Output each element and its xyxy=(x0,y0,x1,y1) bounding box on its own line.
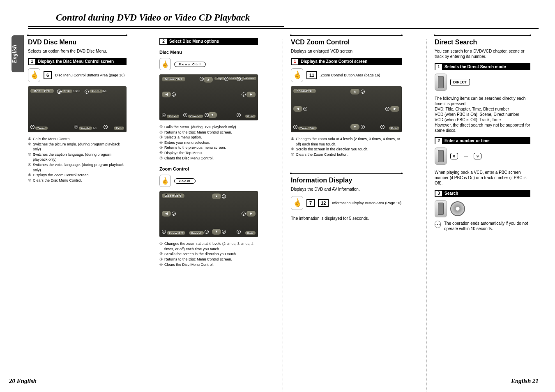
callout-3: 3 xyxy=(200,77,204,81)
column-disc-menu-options: 2 Select Disc Menu options Disc Menu Men… xyxy=(151,35,266,273)
content: DVD Disc Menu Selects an option from the… xyxy=(28,35,539,273)
pill-menuctrl: Menu Ctrl xyxy=(30,89,54,93)
step-label: Selects the Direct Search mode xyxy=(444,65,506,69)
area-num-7: 7 xyxy=(306,199,315,207)
list-item: Enters your menu selection. xyxy=(159,140,258,145)
direct-para2: When playing back a VCD, enter a PBC scr… xyxy=(435,170,530,186)
step-num: 1 xyxy=(292,59,298,65)
intro-dvd-disc-menu: Selects an option from the DVD Disc Menu… xyxy=(28,48,127,54)
pill-exit: Exit xyxy=(245,115,256,118)
arrow-right-icon: ▶ xyxy=(246,211,256,217)
audio-val: 1/1 xyxy=(103,90,107,92)
remote-row-search xyxy=(435,200,530,217)
remote-row-direct: DIRECT xyxy=(435,74,530,91)
callout-2b: 2 xyxy=(172,212,176,216)
callout-7: 7 xyxy=(237,113,241,117)
list-item: Returns to the Disc Menu Control screen. xyxy=(159,130,258,135)
step-2-direct: 2 Enter a number or time xyxy=(435,137,530,144)
direct-key: DIRECT xyxy=(450,79,470,85)
callout-2c: 2 xyxy=(385,107,389,111)
intro-info: Displays the DVD and AV information. xyxy=(291,187,402,192)
touch-row-dvd: 6 Disc Menu Control Buttons Area (page 1… xyxy=(28,68,127,82)
step-num: 2 xyxy=(435,138,442,144)
touch-icon xyxy=(291,196,303,210)
heading-dvd-disc-menu: DVD Disc Menu xyxy=(28,39,127,46)
arrow-left-icon: ◀ xyxy=(162,92,171,97)
step-1-vcd: 1 Displays the Zoom Control screen xyxy=(291,58,402,65)
pill-zoomctrl: ZoomCtrl xyxy=(293,89,316,93)
touch-icon xyxy=(159,58,171,70)
arrow-up-icon: ▲ xyxy=(212,194,221,199)
callout-2d: 2 xyxy=(361,125,365,129)
heading-direct-search: Direct Search xyxy=(435,39,530,46)
arrow-left-icon: ◀ xyxy=(293,106,302,112)
pill-menuctrl: Menu Ctrl xyxy=(162,77,185,81)
touch-row-zoom: Zoom xyxy=(159,175,258,187)
callout-4: 4 xyxy=(162,113,166,117)
list-item: Switches the picture angle. (during prog… xyxy=(28,142,127,152)
callout-2: 2 xyxy=(361,90,365,94)
arrow-right-icon: ▶ xyxy=(246,92,256,97)
subheading-disc-menu: Disc Menu xyxy=(159,50,258,55)
pill-exit: Exit xyxy=(389,127,399,130)
callout-4: 4 xyxy=(237,230,241,234)
pill-zoom: Zoom xyxy=(35,127,48,130)
list-item: Clears the Disc Menu Control. xyxy=(159,262,258,267)
direct-para: The following items can be searched dire… xyxy=(435,96,530,133)
footer-left: 20 English xyxy=(9,378,37,385)
step-num: 1 xyxy=(435,64,442,70)
callout-3: 3 xyxy=(57,90,61,94)
note-icon xyxy=(435,221,441,228)
heading-info-display: Information Display xyxy=(291,177,402,184)
pill-top: Top xyxy=(214,77,224,80)
page-title: Control during DVD Video or Video CD Pla… xyxy=(28,0,284,27)
touch-caption: Zoom Control Button Area (page 16) xyxy=(320,73,380,78)
column-direct-search: Direct Search You can search for a DVD/V… xyxy=(426,35,539,273)
note-text: The operation ends automatically if you … xyxy=(444,221,530,231)
column-vcd: VCD Zoom Control Displays an enlarged VC… xyxy=(283,35,410,273)
callout-2b: 2 xyxy=(303,107,307,111)
pill-cancel: Cancel xyxy=(189,231,204,235)
area-num-12: 12 xyxy=(318,199,329,207)
zoom-button: Zoom xyxy=(174,178,196,184)
arrow-up-icon: ▲ xyxy=(204,77,213,83)
callout-5: 5 xyxy=(237,77,241,81)
callout-6: 6 xyxy=(104,125,108,129)
arrow-down-icon: ▼ xyxy=(208,112,217,118)
callout-3: 3 xyxy=(380,125,385,129)
arrow-right-icon: ▶ xyxy=(390,106,399,112)
step-num: 3 xyxy=(435,191,442,196)
area-num: 11 xyxy=(306,71,317,79)
callout-2: 2 xyxy=(183,113,187,117)
arrow-up-icon: ▲ xyxy=(350,89,359,95)
arrow-left-icon: ◀ xyxy=(162,211,171,217)
sub-val: 10/10 xyxy=(73,90,81,92)
callout-2: 2 xyxy=(74,125,78,129)
list-item: Calls the Menu Control. xyxy=(28,136,127,142)
key-0: 0 xyxy=(450,153,458,159)
callout-3b: 3 xyxy=(172,92,176,97)
callout-5: 5 xyxy=(30,125,35,129)
callout-3c: 3 xyxy=(242,92,246,97)
list-item: Changes the zoom ratio at 4 levels (2 ti… xyxy=(291,136,402,147)
callout-6: 6 xyxy=(224,77,228,81)
touch-caption: Disc Menu Control Buttons Area (page 16) xyxy=(55,73,124,78)
step-3-direct: 3 Search xyxy=(435,190,530,197)
remote-icon xyxy=(435,200,447,217)
step-label: Search xyxy=(444,191,458,196)
screen-vcd-zoom: ZoomCtrl ▲ 2 ◀ 2 ▶ 2 1 Zoom Off ▼ 2 3 Ex… xyxy=(291,86,402,132)
list-item: Clears the Zoom Control button. xyxy=(291,152,402,157)
callout-2: 2 xyxy=(222,194,226,198)
step-num: 2 xyxy=(160,39,167,44)
pill-sub: SUB xyxy=(62,90,72,93)
list-item: Returns to the previous menu screen. xyxy=(159,145,258,150)
column-dvd-disc-menu: DVD Disc Menu Selects an option from the… xyxy=(28,35,135,273)
touch-icon xyxy=(291,68,303,82)
info-para: The information is displayed for 5 secon… xyxy=(291,216,402,221)
step-label: Displays the Disc Menu Control screen xyxy=(38,59,114,64)
screen-dvd-menu: Menu Ctrl 1 SUB 10/10 4 Audio 1/1 3 5 Zo… xyxy=(28,86,127,132)
dash: — xyxy=(464,154,468,159)
step-1-direct: 1 Selects the Direct Search mode xyxy=(435,63,530,70)
callout-4: 4 xyxy=(85,90,89,94)
callout-1: 1 xyxy=(162,230,166,234)
